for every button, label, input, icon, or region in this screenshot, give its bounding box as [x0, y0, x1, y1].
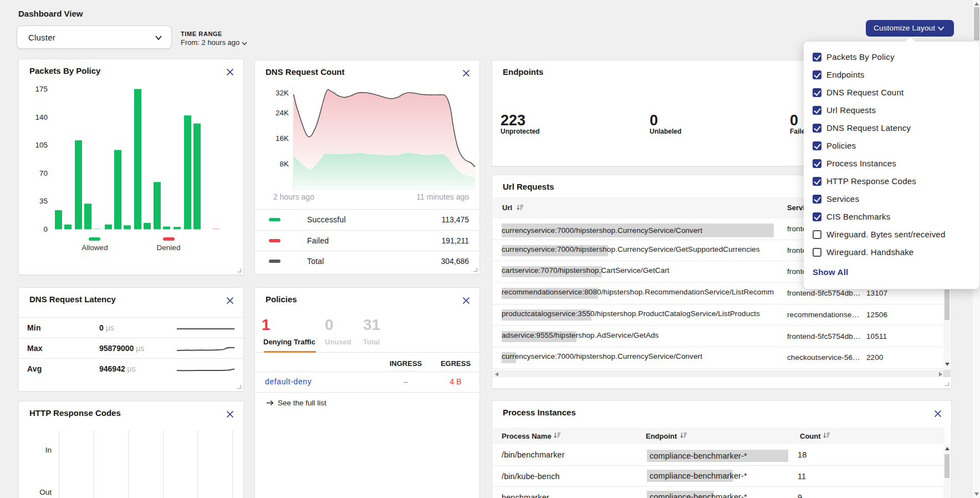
svg-text:24K: 24K	[275, 109, 289, 117]
svg-text:8K: 8K	[279, 160, 289, 168]
svg-text:16K: 16K	[275, 134, 289, 143]
svg-text:Out: Out	[39, 488, 52, 496]
svg-text:0: 0	[43, 225, 48, 233]
svg-text:Denied: Denied	[157, 243, 181, 252]
svg-text:175: 175	[35, 85, 48, 93]
svg-text:70: 70	[39, 169, 48, 177]
svg-text:In: In	[45, 446, 52, 454]
svg-text:140: 140	[35, 113, 48, 121]
svg-text:11 minutes ago: 11 minutes ago	[416, 192, 469, 201]
svg-text:35: 35	[39, 197, 48, 205]
svg-text:Allowed: Allowed	[81, 243, 108, 252]
svg-text:2 hours ago: 2 hours ago	[273, 192, 314, 201]
svg-text:105: 105	[35, 141, 48, 149]
svg-text:32K: 32K	[275, 89, 289, 97]
